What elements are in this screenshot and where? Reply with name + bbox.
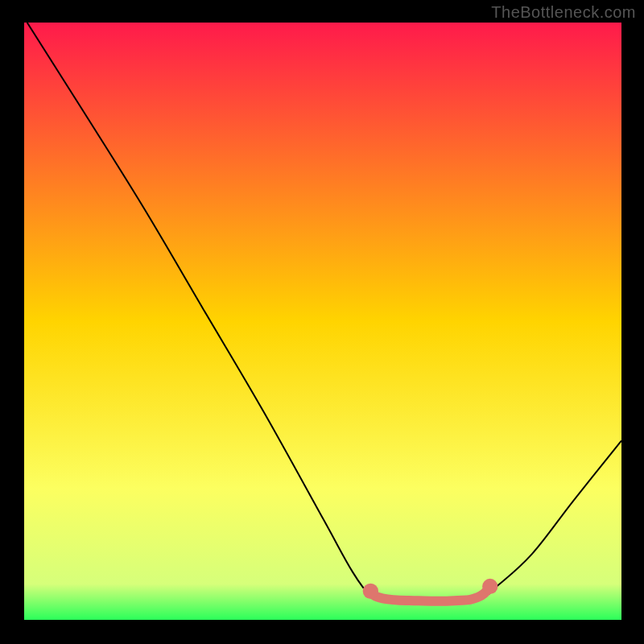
chart-background: [24, 23, 621, 620]
chart-svg: [24, 23, 621, 620]
annotation-optimal-band-endpoint-0: [363, 584, 378, 599]
watermark-text: TheBottleneck.com: [491, 3, 636, 22]
annotation-optimal-band-endpoint-1: [482, 579, 497, 594]
chart-area: [24, 23, 621, 620]
